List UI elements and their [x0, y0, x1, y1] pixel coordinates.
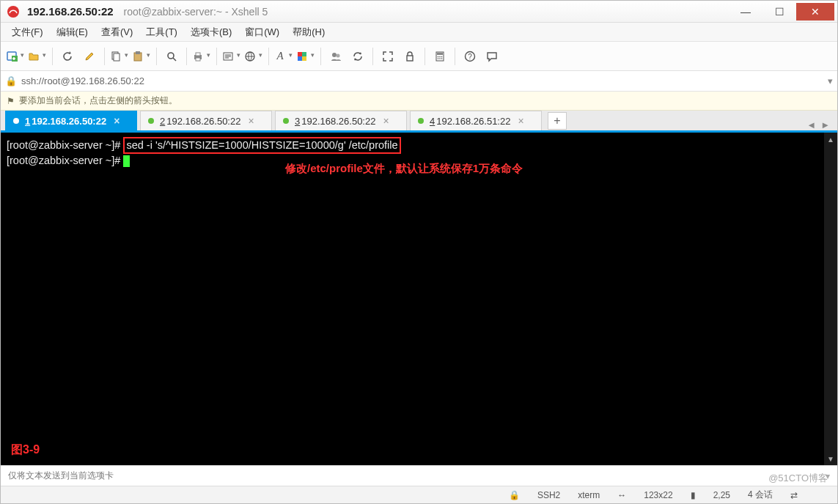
window-title-ip: 192.168.26.50:22 — [27, 5, 114, 18]
compose-bar[interactable]: 仅将文本发送到当前选项卡 ▾ — [1, 465, 837, 486]
print-button[interactable] — [191, 46, 212, 67]
separator — [320, 48, 321, 65]
help-button[interactable]: ? — [460, 46, 480, 67]
svg-point-22 — [438, 56, 439, 57]
status-lock-icon: 🔒 — [509, 490, 520, 500]
scrollbar[interactable]: ▲ ▼ — [824, 133, 837, 465]
edit-button[interactable] — [79, 46, 100, 67]
terminal-area[interactable]: [root@zabbix-server ~]# sed -i 's/^HISTS… — [1, 133, 837, 465]
svg-point-17 — [332, 53, 337, 57]
svg-rect-21 — [437, 53, 443, 55]
users-button[interactable] — [326, 46, 346, 67]
compose-dropdown-icon[interactable]: ▾ — [826, 471, 830, 481]
close-button[interactable]: ✕ — [796, 3, 834, 21]
menu-file[interactable]: 文件(F) — [5, 23, 50, 41]
tab-close-icon[interactable]: × — [114, 115, 120, 127]
maximize-button[interactable]: ☐ — [762, 3, 796, 21]
svg-rect-4 — [114, 53, 120, 61]
scroll-up-icon[interactable]: ▲ — [824, 133, 837, 146]
color-button[interactable] — [295, 46, 316, 67]
tab-close-icon[interactable]: × — [518, 115, 523, 127]
svg-point-26 — [439, 58, 441, 59]
tab-label: 192.168.26.50:22 — [32, 116, 106, 127]
address-url: ssh://root@192.168.26.50:22 — [21, 75, 144, 86]
paste-button[interactable] — [131, 46, 152, 67]
svg-point-23 — [439, 56, 441, 57]
tab-close-icon[interactable]: × — [248, 115, 254, 127]
status-bar: 🔒 SSH2 xterm ↔ 123x22 ▮ 2,25 4 会话 ⇄ — [1, 486, 837, 503]
status-dot-icon — [13, 118, 19, 124]
refresh-button[interactable] — [348, 46, 368, 67]
menu-tabs[interactable]: 选项卡(B) — [184, 23, 238, 41]
menu-edit[interactable]: 编辑(E) — [50, 23, 95, 41]
svg-point-24 — [441, 56, 443, 57]
scroll-down-icon[interactable]: ▼ — [824, 452, 837, 465]
new-session-button[interactable] — [5, 46, 26, 67]
globe-button[interactable] — [243, 46, 264, 67]
session-tab-1[interactable]: 1 192.168.26.50:22 × — [5, 111, 137, 130]
status-term: xterm — [578, 490, 600, 500]
tab-number: 4 — [430, 116, 435, 127]
svg-rect-16 — [302, 56, 306, 61]
separator — [156, 48, 157, 65]
tab-label: 192.168.26.50:22 — [166, 116, 240, 127]
hint-text: 要添加当前会话，点击左侧的箭头按钮。 — [19, 94, 177, 107]
svg-rect-9 — [196, 53, 200, 56]
menu-window[interactable]: 窗口(W) — [238, 23, 286, 41]
status-size-icon: ↔ — [617, 490, 626, 500]
tab-label: 192.168.26.51:22 — [436, 116, 510, 127]
status-size: 123x22 — [644, 490, 672, 500]
status-dot-icon — [148, 118, 154, 124]
tab-close-icon[interactable]: × — [383, 115, 389, 127]
tab-strip: 1 192.168.26.50:22 × 2 192.168.26.50:22 … — [1, 111, 837, 133]
terminal-output[interactable]: [root@zabbix-server ~]# sed -i 's/^HISTS… — [1, 133, 824, 465]
menu-help[interactable]: 帮助(H) — [286, 23, 331, 41]
tab-label: 192.168.26.50:22 — [301, 116, 375, 127]
tab-prev-icon[interactable]: ◄ — [806, 119, 816, 130]
cursor-icon — [123, 155, 130, 167]
status-dot-icon — [418, 118, 424, 124]
annotation: 修改/etc/profile文件，默认让系统保存1万条命令 — [285, 162, 523, 176]
tab-next-icon[interactable]: ► — [820, 119, 830, 130]
status-protocol: SSH2 — [537, 490, 560, 500]
svg-rect-14 — [302, 52, 306, 56]
minimize-button[interactable]: — — [729, 3, 762, 21]
address-bar[interactable]: 🔒 ssh://root@192.168.26.50:22 ▾ — [1, 71, 837, 92]
svg-rect-6 — [136, 51, 140, 54]
lock-button[interactable] — [400, 46, 420, 67]
open-button[interactable] — [27, 46, 48, 67]
tab-add-button[interactable]: + — [548, 112, 567, 130]
toolbar: A ? — [1, 42, 837, 71]
status-pos-icon: ▮ — [691, 490, 696, 500]
status-dot-icon — [283, 118, 289, 124]
menu-tools[interactable]: 工具(T) — [139, 23, 184, 41]
menu-bar: 文件(F) 编辑(E) 查看(V) 工具(T) 选项卡(B) 窗口(W) 帮助(… — [1, 23, 837, 42]
highlighted-command: sed -i 's/^HISTSIZE=1000/HISTSIZE=10000/… — [123, 137, 400, 154]
separator — [186, 48, 187, 65]
properties-button[interactable] — [221, 46, 242, 67]
svg-rect-19 — [407, 56, 413, 61]
session-tab-4[interactable]: 4 192.168.26.51:22 × — [410, 111, 542, 130]
fullscreen-button[interactable] — [378, 46, 398, 67]
svg-point-18 — [337, 53, 340, 57]
session-tab-2[interactable]: 2 192.168.26.50:22 × — [140, 111, 272, 130]
separator — [455, 48, 455, 65]
svg-point-27 — [441, 58, 443, 59]
prompt: [root@zabbix-server ~]# — [7, 139, 123, 151]
reconnect-button[interactable] — [57, 46, 78, 67]
font-button[interactable]: A — [273, 46, 294, 67]
svg-point-7 — [168, 53, 174, 59]
copy-button[interactable] — [109, 46, 130, 67]
separator — [424, 48, 425, 65]
tab-nav: ◄ ► — [806, 119, 833, 130]
svg-rect-13 — [298, 52, 302, 56]
menu-view[interactable]: 查看(V) — [95, 23, 139, 41]
address-dropdown-icon[interactable]: ▾ — [828, 75, 833, 86]
search-button[interactable] — [161, 46, 182, 67]
calc-button[interactable] — [430, 46, 450, 67]
separator — [52, 48, 53, 65]
hint-bar: ⚑ 要添加当前会话，点击左侧的箭头按钮。 — [1, 92, 837, 111]
separator — [372, 48, 373, 65]
chat-button[interactable] — [482, 46, 502, 67]
session-tab-3[interactable]: 3 192.168.26.50:22 × — [275, 111, 407, 130]
